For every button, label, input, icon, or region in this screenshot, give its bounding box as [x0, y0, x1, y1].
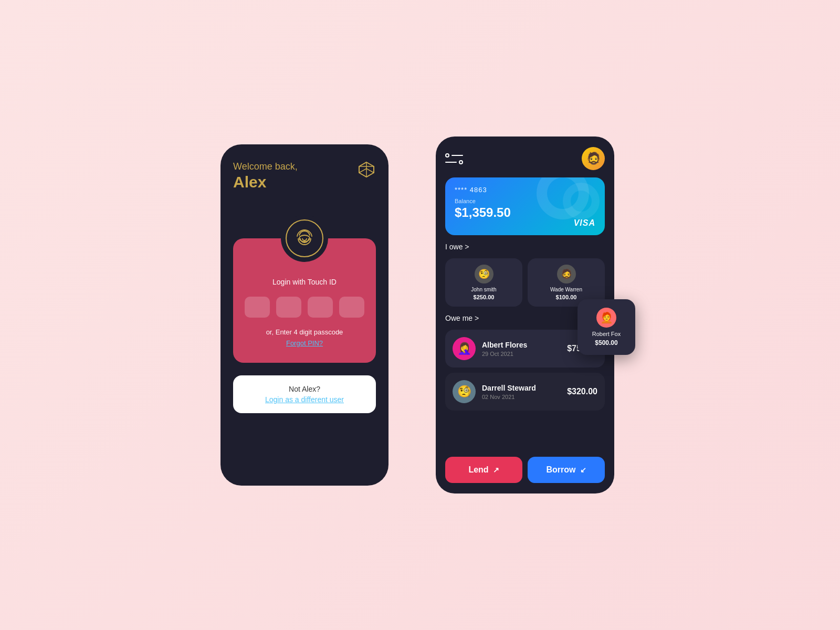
owe-me-card-darrell[interactable]: 🧐 Darrell Steward 02 Nov 2021 $320.00: [445, 373, 605, 411]
float-amount-robert: $500.00: [585, 339, 628, 346]
login-different-user-link[interactable]: Login as a different user: [242, 395, 368, 404]
owe-me-date-darrell: 02 Nov 2021: [482, 394, 561, 400]
lend-label: Lend: [468, 465, 488, 475]
float-avatar-robert: 🧑‍🦰: [596, 308, 616, 328]
touch-id-section: Login with Touch ID or, Enter 4 digit pa…: [233, 238, 376, 363]
owe-me-info-darrell: Darrell Steward 02 Nov 2021: [482, 384, 561, 400]
filter-line-2: [445, 162, 457, 163]
fingerprint-wrapper[interactable]: [281, 215, 328, 262]
not-alex-label: Not Alex?: [242, 385, 368, 393]
owe-card-john[interactable]: 🧐 John smith $250.00: [445, 258, 522, 307]
filter-circle-2: [459, 160, 463, 164]
floating-robert-card[interactable]: 🧑‍🦰 Robert Fox $500.00: [578, 299, 635, 355]
pin-dot-3: [308, 297, 333, 318]
pin-dot-2: [276, 297, 301, 318]
owe-name-wade: Wade Warren: [533, 287, 600, 292]
user-avatar[interactable]: 🧔: [582, 147, 605, 170]
filter-circle-1: [445, 153, 449, 158]
visa-label: VISA: [574, 218, 595, 228]
borrow-label: Borrow: [547, 465, 576, 475]
owe-me-avatar-albert: 🤦‍♀️: [453, 337, 476, 360]
fingerprint-ring: [286, 219, 323, 257]
owe-me-amount-darrell: $320.00: [567, 387, 597, 396]
lend-arrow: ↗: [493, 466, 499, 474]
owe-me-avatar-darrell: 🧐: [453, 380, 476, 403]
balance-dollar: $: [455, 205, 461, 219]
i-owe-label[interactable]: I owe >: [445, 243, 605, 251]
filter-row-1: [445, 153, 463, 158]
lend-button[interactable]: Lend ↗: [445, 457, 522, 483]
filter-line-1: [452, 155, 463, 156]
pin-dots: [245, 297, 364, 318]
welcome-block: Welcome back, Alex: [233, 160, 298, 191]
owe-me-date-albert: 29 Oct 2021: [482, 351, 561, 357]
login-header: Welcome back, Alex: [233, 160, 376, 191]
float-name-robert: Robert Fox: [585, 331, 628, 337]
borrow-arrow: ↙: [580, 466, 586, 474]
owe-amount-john: $250.00: [450, 294, 517, 300]
owe-me-name-darrell: Darrell Steward: [482, 384, 561, 392]
welcome-line1: Welcome back,: [233, 160, 298, 173]
card-decoration-2: [563, 183, 600, 219]
owe-me-name-albert: Albert Flores: [482, 341, 561, 349]
pin-dot-4: [339, 297, 364, 318]
login-phone: Welcome back, Alex: [220, 144, 388, 486]
owe-avatar-wade: 🧔: [557, 265, 576, 284]
fingerprint-icon: [293, 227, 316, 250]
i-owe-list: 🧐 John smith $250.00 🧔 Wade Warren $100.…: [445, 258, 605, 307]
balance-value: 1,359.50: [461, 205, 510, 219]
touch-id-label: Login with Touch ID: [272, 278, 337, 286]
filter-row-2: [445, 160, 463, 164]
dashboard-phone-wrapper: 🧔 **** 4863 Balance $1,359.50 VISA I owe…: [430, 131, 620, 499]
passcode-label: or, Enter 4 digit passcode: [266, 328, 343, 336]
owe-me-info-albert: Albert Flores 29 Oct 2021: [482, 341, 561, 357]
owe-name-john: John smith: [450, 287, 517, 292]
borrow-button[interactable]: Borrow ↙: [528, 457, 605, 483]
dashboard-header: 🧔: [445, 147, 605, 170]
pin-dot-1: [245, 297, 270, 318]
owe-avatar-john: 🧐: [475, 265, 494, 284]
screens-container: Welcome back, Alex: [220, 131, 620, 499]
cube-icon: [357, 160, 376, 179]
welcome-name: Alex: [233, 173, 298, 191]
forgot-pin-link[interactable]: Forgot PIN?: [286, 339, 323, 347]
filter-icon[interactable]: [445, 153, 463, 164]
credit-card: **** 4863 Balance $1,359.50 VISA: [445, 177, 605, 235]
action-buttons: Lend ↗ Borrow ↙: [445, 457, 605, 483]
not-alex-section: Not Alex? Login as a different user: [233, 375, 376, 413]
